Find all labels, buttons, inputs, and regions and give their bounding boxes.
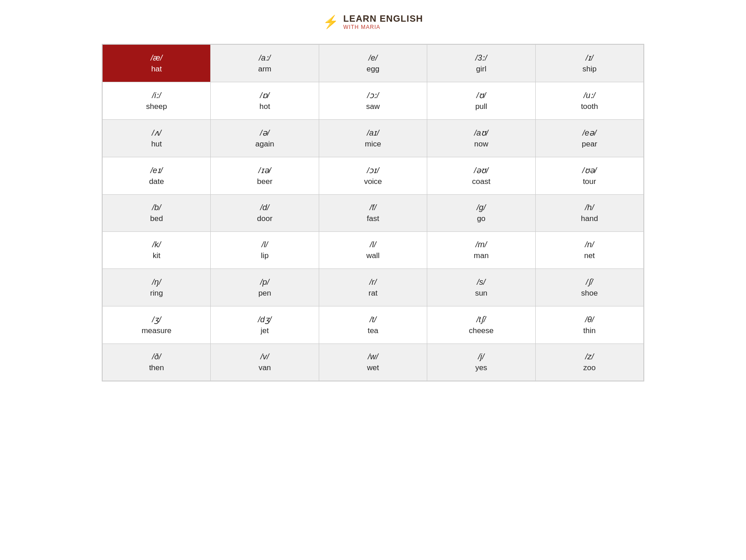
phoneme-cell: /ə/again	[211, 120, 319, 157]
cell-phoneme: /æ/	[107, 53, 206, 63]
cell-word: ring	[107, 289, 206, 298]
cell-phoneme: /aː/	[215, 53, 314, 63]
table-row: /æ/hat/aː/arm/e/egg/3ː/girl/ɪ/ship	[103, 45, 644, 82]
cell-word: jet	[215, 326, 314, 335]
cell-word: tooth	[540, 102, 639, 111]
cell-phoneme: /b/	[107, 203, 206, 212]
cell-phoneme: /g/	[432, 203, 530, 212]
cell-word: hut	[107, 140, 206, 149]
table-row: /ʒ/measure/dʒ/jet/t/tea/tʃ/cheese/θ/thin	[103, 306, 644, 344]
table-row: /iː/sheep/ɒ/hot/ɔː/saw/ʊ/pull/uː/tooth	[103, 82, 644, 120]
cell-word: girl	[432, 65, 530, 74]
cell-phoneme: /h/	[540, 203, 639, 212]
phoneme-cell: /tʃ/cheese	[427, 306, 535, 344]
cell-phoneme: /s/	[432, 278, 530, 287]
cell-phoneme: /f/	[324, 203, 422, 212]
cell-word: cheese	[432, 326, 530, 335]
cell-word: hand	[540, 214, 639, 223]
phoneme-cell: /l/lip	[211, 232, 319, 269]
cell-phoneme: /θ/	[540, 315, 639, 325]
phoneme-cell: /aʊ/now	[427, 120, 535, 157]
cell-phoneme: /ɒ/	[215, 90, 314, 100]
cell-word: sun	[432, 289, 530, 298]
cell-word: rat	[324, 289, 422, 298]
cell-phoneme: /ʊə/	[540, 165, 639, 175]
cell-word: wet	[324, 363, 422, 372]
cell-phoneme: /aʊ/	[432, 128, 530, 138]
table-row: /eɪ/date/ɪə/beer/ɔɪ/voice/əʊ/coast/ʊə/to…	[103, 157, 644, 195]
phoneme-cell: /ð/then	[103, 344, 211, 381]
cell-phoneme: /n/	[540, 240, 639, 249]
cell-phoneme: /ʌ/	[107, 128, 206, 138]
cell-phoneme: /eə/	[540, 128, 639, 138]
phoneme-cell: /f/fast	[319, 195, 427, 232]
cell-phoneme: /l/	[324, 240, 422, 249]
table-row: /b/bed/d/door/f/fast/g/go/h/hand	[103, 195, 644, 232]
cell-phoneme: /e/	[324, 53, 422, 63]
phoneme-cell: /θ/thin	[535, 306, 643, 344]
phoneme-cell: /n/net	[535, 232, 643, 269]
phoneme-cell: /r/rat	[319, 269, 427, 306]
cell-word: fast	[324, 214, 422, 223]
phoneme-cell: /əʊ/coast	[427, 157, 535, 195]
cell-phoneme: /d/	[215, 203, 314, 212]
cell-word: tour	[540, 177, 639, 186]
phoneme-cell: /s/sun	[427, 269, 535, 306]
cell-word: hot	[215, 102, 314, 111]
phoneme-cell: /b/bed	[103, 195, 211, 232]
table-row: /ʌ/hut/ə/again/aɪ/mice/aʊ/now/eə/pear	[103, 120, 644, 157]
cell-phoneme: /j/	[432, 352, 530, 362]
phoneme-cell: /z/zoo	[535, 344, 643, 381]
cell-phoneme: /eɪ/	[107, 165, 206, 175]
cell-phoneme: /ʃ/	[540, 277, 639, 287]
phoneme-cell: /ʒ/measure	[103, 306, 211, 344]
phoneme-cell: /ɔː/saw	[319, 82, 427, 120]
cell-word: thin	[540, 326, 639, 335]
phoneme-cell: /uː/tooth	[535, 82, 643, 120]
cell-word: tea	[324, 326, 422, 335]
cell-phoneme: /t/	[324, 315, 422, 325]
cell-phoneme: /z/	[540, 352, 639, 362]
phoneme-cell: /w/wet	[319, 344, 427, 381]
cell-word: pull	[432, 102, 530, 111]
cell-word: again	[215, 140, 314, 149]
table-row: /ð/then/v/van/w/wet/j/yes/z/zoo	[103, 344, 644, 381]
cell-phoneme: /ɪ/	[540, 53, 639, 63]
cell-word: hat	[107, 65, 206, 74]
cell-phoneme: /uː/	[540, 90, 639, 100]
cell-phoneme: /iː/	[107, 90, 206, 100]
cell-word: pen	[215, 289, 314, 298]
cell-phoneme: /ɔː/	[324, 90, 422, 100]
cell-word: saw	[324, 102, 422, 111]
cell-phoneme: /ʊ/	[432, 90, 530, 100]
cell-phoneme: /w/	[324, 352, 422, 362]
cell-phoneme: /r/	[324, 278, 422, 287]
cell-phoneme: /ɔɪ/	[324, 165, 422, 175]
cell-word: date	[107, 177, 206, 186]
page-header: ⚡ LEARN ENGLISH with MARIA	[323, 14, 423, 30]
cell-phoneme: /ʒ/	[107, 315, 206, 325]
phoneme-cell: /k/kit	[103, 232, 211, 269]
cell-word: now	[432, 140, 530, 149]
phoneme-cell: /3ː/girl	[427, 45, 535, 82]
cell-phoneme: /k/	[107, 240, 206, 249]
cell-word: mice	[324, 140, 422, 149]
phoneme-cell: /ʌ/hut	[103, 120, 211, 157]
phoneme-cell: /eə/pear	[535, 120, 643, 157]
cell-phoneme: /tʃ/	[432, 315, 530, 325]
cell-word: go	[432, 214, 530, 223]
cell-word: sheep	[107, 102, 206, 111]
cell-word: wall	[324, 251, 422, 260]
cell-phoneme: /ŋ/	[107, 278, 206, 287]
phoneme-cell: /v/van	[211, 344, 319, 381]
cell-word: man	[432, 251, 530, 260]
cell-word: egg	[324, 65, 422, 74]
phoneme-cell: /d/door	[211, 195, 319, 232]
cell-phoneme: /p/	[215, 278, 314, 287]
phoneme-cell: /ɔɪ/voice	[319, 157, 427, 195]
phoneme-table: /æ/hat/aː/arm/e/egg/3ː/girl/ɪ/ship/iː/sh…	[102, 44, 644, 381]
phoneme-cell: /j/yes	[427, 344, 535, 381]
header-text-block: LEARN ENGLISH with MARIA	[343, 14, 423, 30]
cell-phoneme: /l/	[215, 240, 314, 249]
cell-phoneme: /3ː/	[432, 53, 530, 63]
